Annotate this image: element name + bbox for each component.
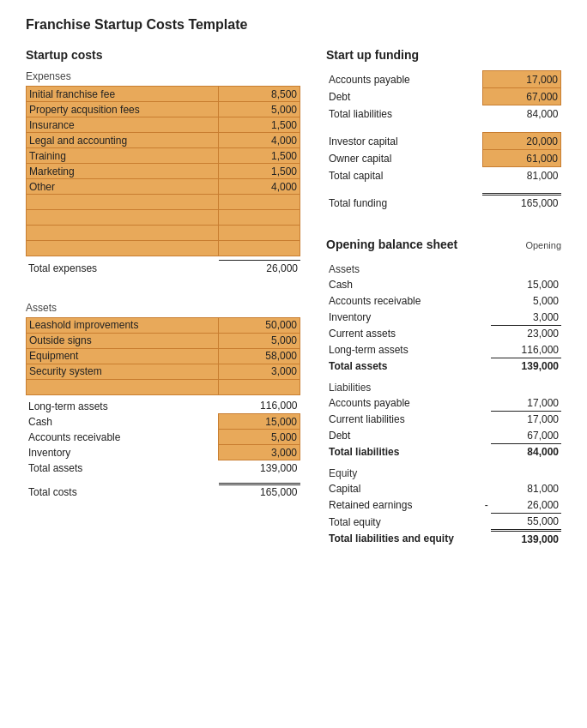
obs-retained-earnings-value: 26,000 <box>491 497 561 514</box>
obs-total-equity-value: 55,000 <box>491 514 561 531</box>
obs-current-assets-value: 23,000 <box>491 326 561 342</box>
total-costs-label: Total costs <box>26 484 219 500</box>
obs-ap-label: Accounts payable <box>326 395 475 412</box>
total-expenses-value: 26,000 <box>219 261 300 276</box>
table-row <box>27 210 300 226</box>
obs-equity-label: Equity <box>326 460 561 481</box>
expense-value <box>219 226 300 241</box>
expense-name: Training <box>27 148 219 164</box>
total-liabilities-label: Total liabilities <box>326 105 482 123</box>
table-row: Marketing 1,500 <box>27 164 300 179</box>
table-row: Insurance 1,500 <box>27 117 300 133</box>
expense-name <box>27 226 219 241</box>
obs-retained-earnings-dash: - <box>475 497 491 514</box>
long-term-assets-label: Long-term assets <box>26 399 219 414</box>
obs-equity-label-row: Equity <box>326 460 561 481</box>
total-liabilities-value: 84,000 <box>482 105 560 123</box>
investor-capital-label: Investor capital <box>326 133 482 150</box>
obs-assets-label: Assets <box>326 256 561 277</box>
obs-retained-earnings-label: Retained earnings <box>326 497 475 514</box>
obs-total-liabilities-label: Total liabilities <box>326 444 475 460</box>
startup-funding-title: Start up funding <box>326 48 561 62</box>
obs-ar-label: Accounts receivable <box>326 293 475 310</box>
obs-table: Assets Cash 15,000 Accounts receivable 5… <box>326 256 561 548</box>
table-row: Other 4,000 <box>27 179 300 195</box>
inventory-row: Inventory 3,000 <box>26 445 300 460</box>
accounts-receivable-row: Accounts receivable 5,000 <box>26 430 300 445</box>
table-row: Property acqusition fees 5,000 <box>27 102 300 117</box>
table-row: Outside signs 5,000 <box>27 333 300 348</box>
asset-value: 50,000 <box>219 317 300 333</box>
asset-value: 3,000 <box>219 364 300 379</box>
table-row: Initial franchise fee 8,500 <box>27 87 300 102</box>
total-capital-value: 81,000 <box>482 167 560 184</box>
total-liabilities-row: Total liabilities 84,000 <box>326 105 561 123</box>
expenses-label: Expenses <box>26 70 300 82</box>
expense-name: Initial franchise fee <box>27 87 219 102</box>
obs-current-assets-label: Current assets <box>326 326 475 342</box>
long-term-assets: Long-term assets 116,000 <box>26 399 300 414</box>
obs-liabilities-label: Liabilities <box>326 375 561 395</box>
expense-value <box>219 241 300 256</box>
obs-inventory-row: Inventory 3,000 <box>326 310 561 326</box>
total-funding-value: 165,000 <box>482 195 560 212</box>
total-funding-row: Total funding 165,000 <box>326 195 561 212</box>
obs-total-liabilities-equity-row: Total liabilities and equity 139,000 <box>326 531 561 548</box>
obs-current-liabilities-label: Current liabilities <box>326 412 475 428</box>
total-expenses-row: Total expenses 26,000 <box>26 260 300 276</box>
table-row: Training 1,500 <box>27 148 300 164</box>
total-expenses-label: Total expenses <box>26 261 219 276</box>
debt-row: Debt 67,000 <box>326 88 561 105</box>
total-funding-label: Total funding <box>326 195 482 212</box>
assets-label: Assets <box>26 302 300 314</box>
obs-current-assets-row: Current assets 23,000 <box>326 326 561 342</box>
expense-name: Legal and accounting <box>27 133 219 148</box>
total-capital-label: Total capital <box>326 167 482 184</box>
obs-capital-row: Capital 81,000 <box>326 481 561 497</box>
debt-label: Debt <box>326 88 482 105</box>
owner-capital-value: 61,000 <box>482 150 560 167</box>
obs-header: Opening balance sheet Opening <box>326 238 561 251</box>
obs-debt-label: Debt <box>326 428 475 444</box>
obs-retained-earnings-row: Retained earnings - 26,000 <box>326 497 561 514</box>
expense-name <box>27 241 219 256</box>
page-title: Franchise Startup Costs Template <box>26 17 561 33</box>
total-assets-row: Total assets 139,000 <box>26 460 300 476</box>
obs-total-liabilities-row: Total liabilities 84,000 <box>326 444 561 460</box>
obs-ap-value: 17,000 <box>491 395 561 412</box>
owner-capital-label: Owner capital <box>326 150 482 167</box>
obs-cash-label: Cash <box>326 277 475 293</box>
accounts-payable-label: Accounts payable <box>326 71 482 88</box>
accounts-payable-value: 17,000 <box>482 71 560 88</box>
obs-total-liabilities-equity-value: 139,000 <box>491 531 561 548</box>
right-column: Start up funding Accounts payable 17,000… <box>326 48 561 547</box>
total-assets-label: Total assets <box>26 460 219 476</box>
startup-costs-title: Startup costs <box>26 48 300 62</box>
table-row <box>27 195 300 210</box>
obs-total-liabilities-equity-label: Total liabilities and equity <box>326 531 475 548</box>
obs-assets-label-row: Assets <box>326 256 561 277</box>
table-row <box>27 241 300 256</box>
expense-value: 1,500 <box>219 148 300 164</box>
obs-lta-row: Long-term assets 116,000 <box>326 342 561 358</box>
obs-cash-value: 15,000 <box>491 277 561 293</box>
inventory-value: 3,000 <box>219 445 300 460</box>
assets-table: Leashold improvements 50,000 Outside sig… <box>26 317 300 395</box>
cash-row: Cash 15,000 <box>26 414 300 430</box>
asset-name: Equipment <box>27 348 219 364</box>
cash-label: Cash <box>26 414 219 430</box>
table-row: Leashold improvements 50,000 <box>27 317 300 333</box>
total-expenses: Total expenses 26,000 <box>26 261 300 276</box>
total-capital-row: Total capital 81,000 <box>326 167 561 184</box>
debt-value: 67,000 <box>482 88 560 105</box>
inventory-label: Inventory <box>26 445 219 460</box>
asset-name <box>27 379 219 394</box>
obs-lta-label: Long-term assets <box>326 342 475 358</box>
cash-value: 15,000 <box>219 414 300 430</box>
obs-debt-value: 67,000 <box>491 428 561 444</box>
obs-lta-value: 116,000 <box>491 342 561 358</box>
obs-current-liabilities-row: Current liabilities 17,000 <box>326 412 561 428</box>
expenses-table: Initial franchise fee 8,500 Property acq… <box>26 86 300 256</box>
obs-col-header: Opening <box>525 240 561 250</box>
obs-capital-value: 81,000 <box>491 481 561 497</box>
